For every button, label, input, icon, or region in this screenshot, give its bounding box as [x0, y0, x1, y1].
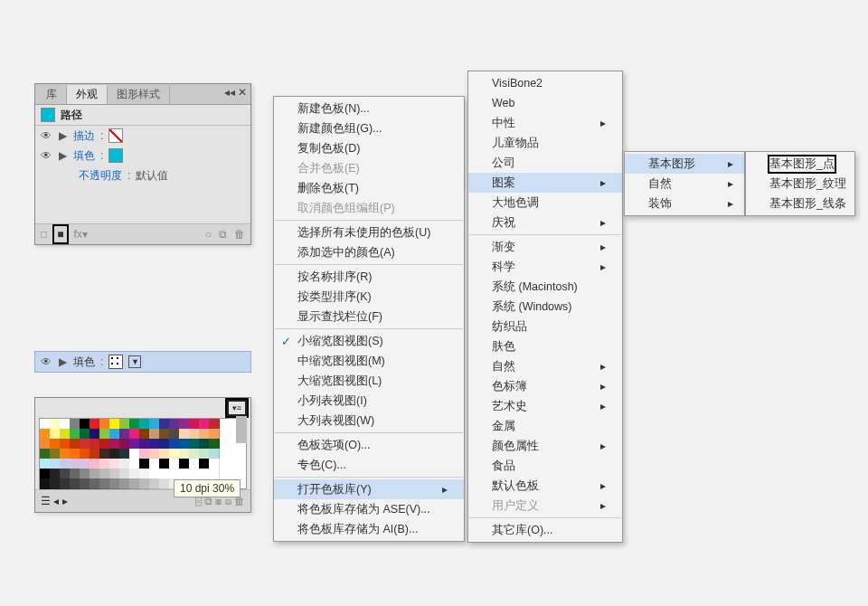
menu-item[interactable]: VisiBone2: [468, 73, 622, 93]
menu-item: 用户定义: [468, 496, 622, 516]
footer-fx-icon[interactable]: fx▾: [74, 228, 88, 241]
menu-item[interactable]: 基本图形_纹理: [746, 174, 854, 194]
menu-item[interactable]: 系统 (Windows): [468, 297, 622, 317]
fill-label: 填色: [73, 148, 95, 164]
menu-item[interactable]: 基本图形_线条: [746, 194, 854, 213]
menu-item[interactable]: 系统 (Macintosh): [468, 277, 622, 297]
menu-item[interactable]: 金属: [468, 416, 622, 436]
opacity-label: 不透明度: [79, 168, 122, 184]
menu-item[interactable]: 按名称排序(R): [274, 267, 464, 287]
menu-item[interactable]: 新建色板(N)...: [274, 99, 464, 118]
menu-item[interactable]: 儿童物品: [468, 133, 622, 153]
menu-item[interactable]: 渐变: [468, 237, 622, 257]
stroke-row[interactable]: 👁 ▶ 描边 :: [35, 126, 250, 146]
fill-swatch-icon[interactable]: [108, 148, 123, 163]
footer-next-icon[interactable]: ▸: [62, 495, 68, 507]
footer-icon-highlight[interactable]: ■: [54, 226, 66, 242]
menu-item[interactable]: 小缩览图视图(S): [274, 331, 464, 351]
footer-icon[interactable]: □: [41, 228, 47, 241]
appearance-footer: □ ■ fx▾ ○ ⧉ 🗑: [35, 223, 250, 244]
visibility-icon[interactable]: 👁: [41, 355, 53, 368]
menu-item[interactable]: 大地色调: [468, 193, 622, 213]
menu-item[interactable]: 食品: [468, 456, 622, 476]
tab-library[interactable]: 库: [37, 85, 67, 104]
menu-item[interactable]: 纺织品: [468, 317, 622, 336]
menu-item[interactable]: 选择所有未使用的色板(U): [274, 223, 464, 242]
panel-tabbar: 库 外观 图形样式 ◂◂ ✕: [35, 84, 250, 105]
menu-item[interactable]: 自然: [625, 174, 744, 194]
swatch-tooltip: 10 dpi 30%: [174, 479, 241, 497]
visibility-icon[interactable]: 👁: [41, 149, 53, 162]
open-swatch-library-submenu[interactable]: VisiBone2Web中性儿童物品公司图案大地色调庆祝渐变科学系统 (Maci…: [467, 71, 623, 543]
opacity-row[interactable]: 不透明度 : 默认值: [35, 166, 250, 185]
menu-item[interactable]: 删除色板(T): [274, 178, 464, 198]
menu-item[interactable]: 大缩览图视图(L): [274, 371, 464, 391]
footer-icon-duplicate[interactable]: ⧉: [219, 228, 227, 241]
menu-item: 取消颜色组编组(P): [274, 198, 464, 218]
menu-item[interactable]: 装饰: [625, 194, 744, 213]
scrollbar-thumb[interactable]: [236, 416, 247, 443]
visibility-icon[interactable]: 👁: [41, 129, 53, 142]
object-swatch-icon: [41, 108, 55, 122]
swatch-panel-menu[interactable]: 新建色板(N)...新建颜色组(G)...复制色板(D)合并色板(E)删除色板(…: [273, 96, 465, 542]
stroke-label: 描边: [73, 128, 95, 144]
disclosure-icon[interactable]: ▶: [59, 129, 68, 142]
menu-item[interactable]: 肤色: [468, 336, 622, 356]
menu-item[interactable]: 图案: [468, 173, 622, 193]
menu-item[interactable]: 小列表视图(I): [274, 391, 464, 411]
menu-item[interactable]: 默认色板: [468, 476, 622, 496]
menu-item[interactable]: 基本图形: [625, 154, 744, 174]
menu-item[interactable]: 复制色板(D): [274, 138, 464, 158]
menu-item[interactable]: 将色板库存储为 AI(B)...: [274, 519, 464, 539]
menu-item[interactable]: 将色板库存储为 ASE(V)...: [274, 499, 464, 519]
menu-item[interactable]: 新建颜色组(G)...: [274, 118, 464, 138]
menu-item[interactable]: 科学: [468, 257, 622, 277]
fill-mini-label: 填色: [73, 355, 95, 370]
menu-item[interactable]: 专色(C)...: [274, 455, 464, 475]
menu-item[interactable]: 中性: [468, 113, 622, 133]
menu-item[interactable]: Web: [468, 93, 622, 113]
disclosure-icon[interactable]: ▶: [59, 355, 68, 368]
fill-row[interactable]: 👁 ▶ 填色 :: [35, 146, 250, 166]
stroke-swatch-icon[interactable]: [108, 128, 123, 143]
panel-menu-button[interactable]: ▾≡: [227, 400, 247, 416]
fill-mini-row[interactable]: 👁 ▶ 填色 : ▼: [34, 351, 251, 373]
pattern-submenu[interactable]: 基本图形自然装饰: [624, 151, 745, 216]
pattern-swatch-icon[interactable]: [108, 355, 123, 369]
dropdown-icon[interactable]: ▼: [128, 355, 141, 368]
appearance-title-row: 路径: [35, 105, 250, 126]
menu-item[interactable]: 大列表视图(W): [274, 411, 464, 431]
menu-item[interactable]: 艺术史: [468, 396, 622, 416]
footer-icon-clear[interactable]: ○: [205, 228, 212, 241]
menu-item[interactable]: 公司: [468, 153, 622, 173]
appearance-title: 路径: [61, 108, 82, 123]
menu-item[interactable]: 色标簿: [468, 376, 622, 396]
footer-prev-icon[interactable]: ◂: [53, 495, 59, 507]
fill-mini-panel: 👁 ▶ 填色 : ▼: [34, 351, 251, 373]
menu-item[interactable]: 颜色属性: [468, 436, 622, 456]
menu-item[interactable]: 中缩览图视图(M): [274, 351, 464, 371]
menu-item[interactable]: 基本图形_点: [746, 154, 854, 174]
menu-item: 合并色板(E): [274, 158, 464, 178]
disclosure-icon[interactable]: ▶: [59, 149, 68, 162]
menu-item[interactable]: 其它库(O)...: [468, 520, 622, 540]
menu-item[interactable]: 打开色板库(Y): [274, 479, 464, 499]
panel-close-controls[interactable]: ◂◂ ✕: [224, 86, 247, 99]
appearance-panel: 库 外观 图形样式 ◂◂ ✕ 路径 👁 ▶ 描边 : 👁 ▶ 填色 : 不透明度…: [34, 83, 251, 245]
opacity-value: 默认值: [136, 168, 168, 184]
menu-item[interactable]: 添加选中的颜色(A): [274, 242, 464, 262]
menu-item[interactable]: 庆祝: [468, 213, 622, 232]
footer-left-icon[interactable]: ☰: [41, 495, 51, 507]
menu-item[interactable]: 色板选项(O)...: [274, 435, 464, 455]
menu-item[interactable]: 显示查找栏位(F): [274, 307, 464, 327]
basic-graphics-submenu[interactable]: 基本图形_点基本图形_纹理基本图形_线条: [745, 151, 855, 216]
menu-item[interactable]: 自然: [468, 356, 622, 376]
tab-appearance[interactable]: 外观: [67, 85, 108, 104]
menu-item[interactable]: 按类型排序(K): [274, 287, 464, 307]
footer-icon-trash[interactable]: 🗑: [234, 228, 245, 241]
tab-graphic-styles[interactable]: 图形样式: [108, 85, 170, 104]
